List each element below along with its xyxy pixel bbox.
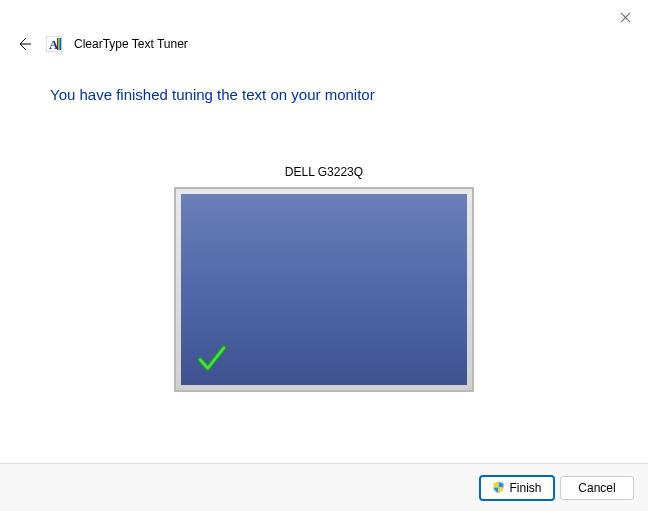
page-headline: You have finished tuning the text on you… [50, 86, 598, 103]
uac-shield-icon [492, 481, 505, 494]
cancel-button-label: Cancel [578, 481, 615, 495]
arrow-left-icon [16, 36, 32, 52]
window-title: ClearType Text Tuner [74, 37, 188, 51]
header-row: A ClearType Text Tuner [14, 34, 188, 54]
svg-rect-3 [57, 38, 58, 50]
svg-rect-5 [60, 38, 61, 50]
content-area: You have finished tuning the text on you… [50, 80, 598, 103]
cleartype-app-icon: A [46, 36, 62, 52]
monitor-frame [174, 187, 474, 392]
close-icon[interactable] [618, 10, 634, 26]
cancel-button[interactable]: Cancel [560, 476, 634, 500]
finish-button-label: Finish [509, 481, 541, 495]
svg-rect-4 [59, 38, 60, 50]
monitor-name-label: DELL G3223Q [285, 165, 363, 179]
monitor-screen [181, 194, 467, 385]
checkmark-icon [195, 341, 229, 375]
back-button[interactable] [14, 34, 34, 54]
monitor-preview-area: DELL G3223Q [0, 165, 648, 392]
footer-bar: Finish Cancel [0, 463, 648, 511]
finish-button[interactable]: Finish [480, 476, 554, 500]
